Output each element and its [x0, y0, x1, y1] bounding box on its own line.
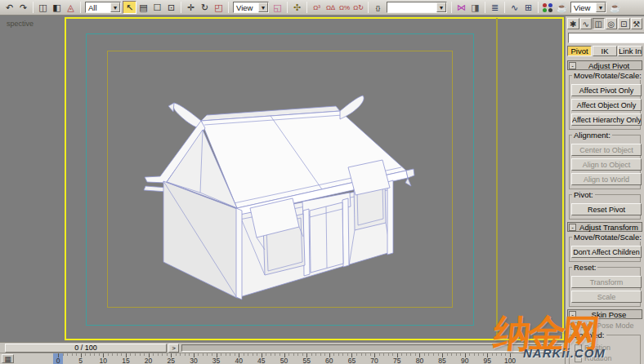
ruler-tick	[415, 353, 416, 356]
select-and-rotate-icon[interactable]: ↻	[198, 1, 212, 14]
chevron-down-icon[interactable]: ▾	[258, 2, 268, 12]
motion-tab-icon[interactable]: ◎	[606, 18, 618, 29]
ruler-label: 30	[186, 357, 202, 364]
unlink-selection-icon[interactable]: ◧	[50, 1, 64, 14]
align-icon[interactable]: ◨	[468, 1, 482, 14]
ruler-tick	[85, 353, 86, 356]
select-object-icon[interactable]: ↖	[123, 1, 136, 14]
ruler-tick	[167, 353, 168, 356]
spinner-snap-icon[interactable]: Ω↻	[351, 1, 365, 14]
edit-named-selection-sets-icon[interactable]: {}	[371, 1, 385, 14]
select-by-name-icon[interactable]: ▤	[136, 1, 150, 14]
object-name-field[interactable]	[568, 33, 644, 43]
tab-pivot[interactable]: Pivot	[567, 46, 592, 56]
ruler-tick	[271, 353, 271, 356]
track-bar[interactable]: 0 / 100 >	[0, 342, 565, 353]
main-toolbar: ↶↷◫◧◬All▾↖▤☐⊡✛↻◰View▾◱✣Ω³Ω∆Ω%Ω↻{}▾⋈◨≣∿⊞☕…	[0, 0, 644, 16]
quick-render-icon[interactable]: ☕	[608, 1, 622, 14]
dont-affect-children-button[interactable]: Don't Affect Children	[571, 246, 642, 258]
ruler-tick	[266, 353, 266, 356]
use-pivot-point-center-icon[interactable]: ◱	[271, 1, 284, 14]
named-selection-dropdown[interactable]: ▾	[387, 2, 447, 13]
ruler-label: 60	[321, 357, 338, 364]
tab-ik[interactable]: IK	[593, 46, 617, 56]
select-and-scale-icon[interactable]: ◰	[212, 1, 226, 14]
open-mini-curve-editor-icon[interactable]: ▦	[2, 354, 14, 363]
ruler-tick	[451, 353, 452, 356]
rollout-header-adjust-transform[interactable]: - Adjust Transform	[567, 222, 642, 232]
modify-tab-icon[interactable]: ∿	[580, 18, 593, 29]
mirror-icon[interactable]: ⋈	[454, 1, 468, 14]
bind-to-space-warp-icon[interactable]: ◬	[64, 1, 78, 14]
reset-pivot-button[interactable]: Reset Pivot	[571, 203, 642, 215]
ruler-tick	[275, 353, 275, 356]
ruler-tick	[474, 353, 475, 356]
create-tab-icon[interactable]: ✱	[567, 18, 579, 29]
selection-filter-dropdown[interactable]: All▾	[85, 2, 121, 13]
ruler-tick	[90, 353, 91, 356]
chevron-down-icon[interactable]: ▾	[110, 2, 120, 12]
rollout-header-adjust-pivot[interactable]: - Adjust Pivot	[567, 60, 642, 70]
viewport-perspective[interactable]: spective	[0, 16, 565, 342]
affect-object-only-button[interactable]: Affect Object Only	[571, 99, 642, 111]
display-tab-icon[interactable]: ⊡	[618, 18, 630, 29]
render-type-dropdown[interactable]: View▾	[570, 2, 606, 13]
reference-coordinate-dropdown[interactable]: View▾	[233, 2, 269, 13]
group-label: Move/Rotate/Scale:	[572, 233, 643, 242]
collapse-icon: -	[569, 62, 576, 69]
ruler-tick	[410, 353, 411, 356]
3ds-max-window: ↶↷◫◧◬All▾↖▤☐⊡✛↻◰View▾◱✣Ω³Ω∆Ω%Ω↻{}▾⋈◨≣∿⊞☕…	[0, 0, 644, 364]
undo-icon[interactable]: ↶	[2, 1, 16, 14]
ruler-label: 80	[411, 357, 427, 364]
ruler-tick	[67, 353, 68, 356]
ruler-tick	[189, 353, 190, 356]
toolbar-separator	[228, 2, 229, 13]
chevron-down-icon[interactable]: ▾	[436, 2, 446, 12]
ruler-tick	[333, 353, 334, 356]
chevron-down-icon[interactable]: ▾	[596, 2, 606, 12]
schematic-view-icon[interactable]: ⊞	[521, 1, 535, 14]
ruler-tick	[478, 353, 479, 356]
ruler-tick	[406, 353, 407, 356]
timeline-ruler[interactable]: ▦ 05101520253035404550556065707580859095…	[0, 353, 565, 364]
ruler-label: 55	[298, 357, 315, 364]
collapse-icon: -	[569, 224, 576, 231]
affect-hierarchy-only-button[interactable]: Affect Hierarchy Only	[571, 113, 642, 126]
redo-icon[interactable]: ↷	[16, 1, 30, 14]
ruler-tick	[315, 353, 316, 356]
selection-filter-dropdown-value: All	[86, 3, 110, 12]
angle-snap-icon[interactable]: Ω∆	[324, 1, 338, 14]
center-to-object-button: Center to Object	[571, 144, 642, 156]
ruler-label: 50	[276, 357, 293, 364]
window-crossing-icon[interactable]: ⊡	[164, 1, 178, 14]
ruler-label: 35	[208, 357, 225, 364]
ruler-tick	[226, 353, 226, 356]
curve-editor-icon[interactable]: ∿	[508, 1, 521, 14]
hierarchy-tab-icon[interactable]: ◫	[593, 18, 605, 29]
next-frame-button[interactable]: >	[168, 344, 179, 353]
ruler-tick	[424, 353, 425, 356]
ruler-tick	[379, 353, 380, 356]
percent-snap-icon[interactable]: Ω%	[338, 1, 351, 14]
layer-manager-icon[interactable]: ≣	[488, 1, 502, 14]
material-editor-icon[interactable]	[541, 1, 555, 14]
select-and-link-icon[interactable]: ◫	[36, 1, 50, 14]
snap-toggle-3d-icon[interactable]: Ω³	[310, 1, 324, 14]
affect-pivot-only-button[interactable]: Affect Pivot Only	[571, 84, 642, 96]
ruler-tick	[108, 353, 109, 356]
ruler-tick	[235, 353, 235, 356]
rectangular-selection-region-icon[interactable]: ☐	[150, 1, 164, 14]
house-model[interactable]	[135, 87, 417, 311]
rollout-title: Adjust Pivot	[576, 61, 642, 70]
toolbar-separator	[306, 2, 307, 13]
tab-link-info[interactable]: Link Info	[618, 46, 642, 56]
ruler-tick	[63, 353, 64, 356]
rollout-title: Adjust Transform	[576, 223, 642, 232]
select-and-manipulate-icon[interactable]: ✣	[290, 1, 304, 14]
ruler-tick	[244, 353, 244, 356]
ruler-tick	[153, 353, 154, 356]
render-setup-icon[interactable]: ☕	[555, 1, 569, 14]
time-slider[interactable]: 0 / 100	[5, 344, 167, 353]
select-and-move-icon[interactable]: ✛	[184, 1, 198, 14]
utilities-tab-icon[interactable]: ⚒	[631, 18, 643, 29]
